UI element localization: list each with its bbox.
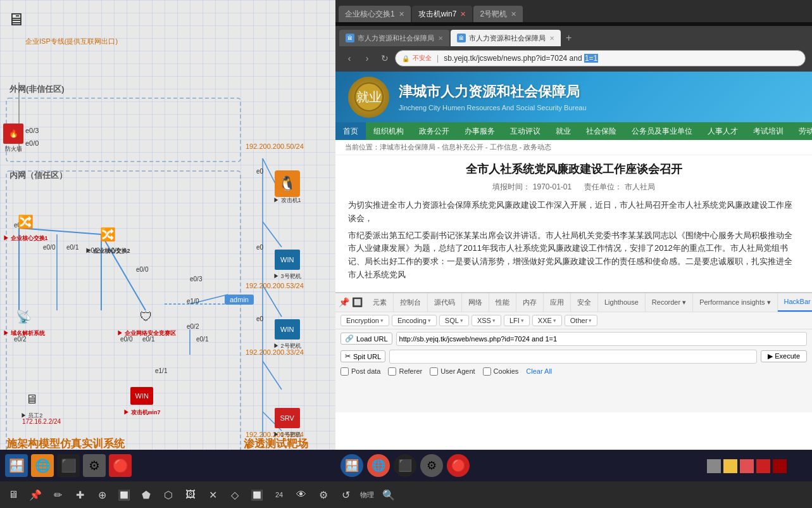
net-taskbar-terminal[interactable]: ⬛ <box>57 454 80 477</box>
toolbar-cross-icon[interactable]: ✕ <box>203 485 223 505</box>
nav-item-insurance[interactable]: 社会保险 <box>578 122 624 140</box>
outer-tab-core-switch[interactable]: 企业核心交换1 ✕ <box>339 6 411 22</box>
devtools-pin-icon[interactable]: 📌 <box>339 297 349 307</box>
toolbar-gear-icon[interactable]: ⚙ <box>313 485 334 505</box>
hackbar-encryption-btn[interactable]: Encryption ▾ <box>340 315 389 326</box>
browser-taskbar-security[interactable]: 🔴 <box>447 454 470 477</box>
hackbar-lfi-btn[interactable]: LFI ▾ <box>504 315 530 326</box>
toolbar-rotate-icon[interactable]: ↺ <box>335 485 356 505</box>
toolbar-hex-icon[interactable]: ⬡ <box>158 485 178 505</box>
devtools-tab-console[interactable]: 控制台 <box>394 293 428 312</box>
nav-item-org[interactable]: 组织机构 <box>366 122 411 140</box>
new-tab-button[interactable]: + <box>562 32 575 44</box>
nav-item-affairs[interactable]: 政务公开 <box>411 122 457 140</box>
hackbar-split-input[interactable] <box>389 350 757 364</box>
outer-tab-close-1[interactable]: ✕ <box>399 10 404 18</box>
devtools-tab-recorder[interactable]: Recorder ▾ <box>646 293 693 312</box>
other-arrow: ▾ <box>589 317 592 324</box>
nav-item-civil[interactable]: 公务员及事业单位 <box>624 122 700 140</box>
devtools-tab-performance[interactable]: 性能 <box>489 293 516 312</box>
outer-tab-attacker-win7[interactable]: 攻击机win7 ✕ <box>412 6 473 22</box>
net-taskbar-security[interactable]: 🔴 <box>109 454 132 477</box>
toolbar-circle-add-icon[interactable]: ⊕ <box>92 485 112 505</box>
toolbar-monitor-icon[interactable]: 🖥 <box>3 485 23 505</box>
toolbar-frame-icon[interactable]: 🔲 <box>247 485 267 505</box>
toolbar-physics-label[interactable]: 物理 <box>358 485 377 505</box>
toolbar-search-icon[interactable]: 🔍 <box>378 485 399 505</box>
hackbar-referer-label[interactable]: Referer <box>388 367 422 376</box>
hackbar-postdata-checkbox[interactable] <box>340 367 349 376</box>
devtools-tab-memory[interactable]: 内存 <box>516 293 544 312</box>
hackbar-referer-checkbox[interactable] <box>388 367 396 376</box>
browser-taskbar-start[interactable]: 🪟 <box>340 454 363 477</box>
browser-tab-close-2[interactable]: ✕ <box>549 35 554 42</box>
back-button[interactable]: ‹ <box>342 51 357 66</box>
devtools-tab-network[interactable]: 网络 <box>462 293 489 312</box>
outer-tab-close-2[interactable]: ✕ <box>460 10 466 18</box>
toolbar-eye-icon[interactable]: 👁 <box>291 485 311 505</box>
label-e01-w: e0/1 <box>142 336 154 343</box>
article-meta: 填报时间： 1970-01-01 责任单位： 市人社局 <box>348 182 799 193</box>
hackbar-useragent-label[interactable]: User Agent <box>430 367 475 376</box>
browser-taskbar-chrome[interactable]: 🌐 <box>367 454 390 477</box>
label-e0-t3: e0 <box>256 244 263 251</box>
hackbar-split-url-btn[interactable]: ✂ Spit URL <box>340 350 385 362</box>
toolbar-square-icon[interactable]: 🔲 <box>114 485 134 505</box>
devtools-tab-hackbar[interactable]: HackBar <box>778 293 812 312</box>
browser-tab-2[interactable]: 🏛 市人力资源和社会保障局 ✕ <box>451 30 561 46</box>
article-meta-dept: 责任单位： 市人社局 <box>584 182 654 193</box>
hackbar-load-url-btn[interactable]: 🔗 Load URL <box>340 333 392 345</box>
forward-button[interactable]: › <box>359 51 375 66</box>
browser-tab-close-1[interactable]: ✕ <box>438 35 443 42</box>
nav-item-employment[interactable]: 就业 <box>548 122 578 140</box>
outer-tab-target2[interactable]: 2号靶机 ✕ <box>473 6 523 22</box>
toolbar-diamond-icon[interactable]: ◇ <box>225 485 245 505</box>
reload-button[interactable]: ↻ <box>377 51 392 66</box>
net-taskbar-settings[interactable]: ⚙ <box>83 454 106 477</box>
devtools-tab-elements[interactable]: 元素 <box>366 293 394 312</box>
label-e03: e0/3 <box>25 127 39 134</box>
hackbar-xss-btn[interactable]: XSS ▾ <box>472 315 501 326</box>
address-bar[interactable]: 🔒 不安全 | sb.yejq.tk/jcsweb/news.php?id=70… <box>395 50 806 67</box>
nav-item-interact[interactable]: 互动评议 <box>503 122 548 140</box>
net-taskbar-start[interactable]: 🪟 <box>5 454 28 477</box>
net-taskbar-firefox[interactable]: 🌐 <box>31 454 54 477</box>
hackbar-postdata-label[interactable]: Post data <box>340 367 380 376</box>
toolbar-pin-icon[interactable]: 📌 <box>25 485 46 505</box>
hackbar-encoding-btn[interactable]: Encoding ▾ <box>392 315 437 326</box>
nav-item-exam[interactable]: 考试培训 <box>746 122 791 140</box>
hackbar-useragent-checkbox[interactable] <box>430 367 438 376</box>
xxe-arrow: ▾ <box>553 317 556 324</box>
hackbar-cookies-label[interactable]: Cookies <box>483 367 519 376</box>
hackbar-xxe-btn[interactable]: XXE ▾ <box>532 315 562 326</box>
hackbar-execute-btn[interactable]: ▶ Execute <box>761 350 807 362</box>
toolbar-add-icon[interactable]: ✚ <box>70 485 90 505</box>
lfi-arrow: ▾ <box>521 317 524 324</box>
hackbar-url-input[interactable] <box>396 332 807 346</box>
hackbar-clear-all-btn[interactable]: Clear All <box>526 367 552 375</box>
devtools-tab-security[interactable]: 安全 <box>571 293 598 312</box>
outer-tab-close-3[interactable]: ✕ <box>511 10 516 18</box>
browser-taskbar-terminal[interactable]: ⬛ <box>394 454 416 477</box>
nav-item-service[interactable]: 办事服务 <box>457 122 503 140</box>
browser-taskbar-settings[interactable]: ⚙ <box>420 454 443 477</box>
hackbar-cookies-checkbox[interactable] <box>483 367 491 376</box>
nav-item-personnel[interactable]: 人事人才 <box>700 122 746 140</box>
toolbar-polygon-icon[interactable]: ⬟ <box>136 485 156 505</box>
devtools-tab-lighthouse[interactable]: Lighthouse <box>598 293 646 312</box>
hackbar-panel: Encryption ▾ Encoding ▾ SQL ▾ XSS ▾ LFI … <box>335 312 812 412</box>
nav-item-home[interactable]: 首页 <box>335 122 366 140</box>
devtools-expand-icon[interactable]: 🔲 <box>352 297 363 307</box>
devtools-tab-perf-insights[interactable]: Performance insights ▾ <box>693 293 777 312</box>
toolbar-pencil-icon[interactable]: ✏ <box>47 485 68 505</box>
hackbar-other-btn[interactable]: Other ▾ <box>565 315 598 326</box>
browser-tab-1[interactable]: 🏛 市人力资源和社会保障局 ✕ <box>339 30 449 46</box>
devtools-tab-application[interactable]: 应用 <box>544 293 571 312</box>
hackbar-sql-btn[interactable]: SQL ▾ <box>439 315 469 326</box>
nav-item-labor[interactable]: 劳动权益 <box>791 122 812 140</box>
article-body: 为切实推进全市人力资源社会保障系统党风廉政建设工作深入开展，近日，市人社局召开全… <box>348 199 799 282</box>
devtools-tab-sources[interactable]: 源代码 <box>428 293 462 312</box>
xss-arrow: ▾ <box>492 317 496 324</box>
toolbar-photo-icon[interactable]: 🖼 <box>180 485 201 505</box>
address-separator: | <box>437 54 439 63</box>
